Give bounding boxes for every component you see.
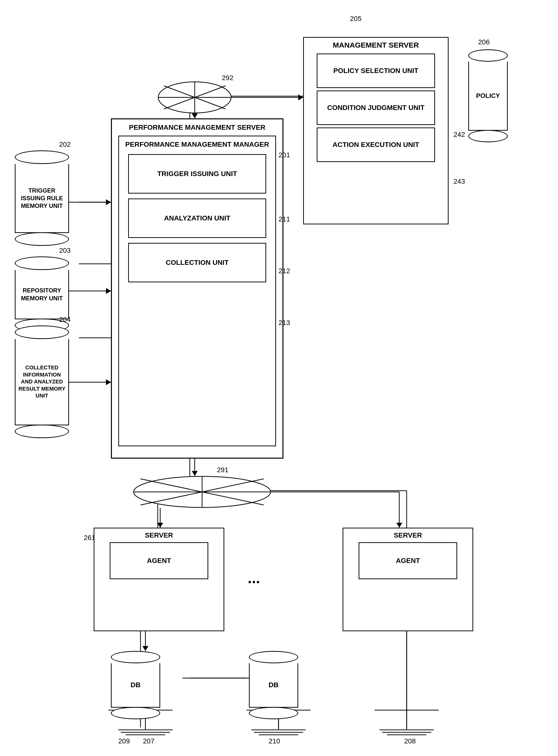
analyzation-unit-label: ANALYZATION UNIT [164, 214, 230, 223]
svg-marker-36 [192, 114, 198, 118]
repository-memory-label: REPOSITORY MEMORY UNIT [16, 285, 68, 303]
collected-info-cylinder: COLLECTED INFORMATION AND ANALYZED RESUL… [15, 325, 69, 438]
ref-243: 243 [454, 177, 465, 186]
diagram-container: 205 MANAGEMENT SERVER POLICY SELECTION U… [0, 0, 558, 756]
collection-unit-label: COLLECTION UNIT [166, 258, 228, 267]
ref-212: 212 [279, 267, 290, 275]
ellipsis: ... [248, 569, 260, 587]
db-left-label: DB [131, 681, 141, 689]
management-server-box: MANAGEMENT SERVER POLICY SELECTION UNIT … [303, 37, 449, 224]
ref-208: 208 [404, 737, 416, 745]
server-left-label: SERVER [145, 531, 173, 540]
svg-marker-45 [157, 523, 163, 528]
performance-management-server-box: PERFORMANCE MANAGEMENT SERVER PERFORMANC… [111, 118, 283, 459]
collection-unit-box: COLLECTION UNIT [128, 243, 266, 282]
ref-209: 209 [118, 737, 130, 745]
condition-judgment-unit-box: CONDITION JUDGMENT UNIT [317, 91, 435, 125]
db-left-cylinder: DB [111, 651, 160, 719]
condition-judgment-unit-label: CONDITION JUDGMENT UNIT [327, 103, 425, 112]
trigger-issuing-unit-label: TRIGGER ISSUING UNIT [157, 169, 237, 178]
server-left-box: SERVER AGENT [94, 528, 224, 631]
svg-marker-28 [106, 199, 111, 205]
server-right-box: SERVER AGENT [343, 528, 473, 631]
perf-mgmt-server-label: PERFORMANCE MANAGEMENT SERVER [129, 123, 265, 132]
trigger-issuing-unit-box: TRIGGER ISSUING UNIT [128, 154, 266, 194]
ref-291-label: 291 [217, 466, 228, 474]
trigger-issuing-rule-label: TRIGGER ISSUING RULE MEMORY UNIT [16, 186, 68, 211]
ref-205: 205 [350, 15, 361, 23]
performance-management-manager-box: PERFORMANCE MANAGEMENT MANAGER 201 TRIGG… [118, 136, 276, 446]
policy-label: POLICY [476, 92, 500, 100]
trigger-issuing-rule-cylinder: TRIGGER ISSUING RULE MEMORY UNIT [15, 150, 69, 246]
management-server-label: MANAGEMENT SERVER [333, 40, 419, 50]
ref-206: 206 [478, 38, 490, 46]
svg-marker-34 [298, 94, 303, 100]
policy-cylinder: POLICY [468, 49, 508, 142]
perf-mgmt-manager-label: PERFORMANCE MANAGEMENT MANAGER [125, 140, 269, 149]
network-291 [133, 476, 271, 508]
ref-201: 201 [279, 151, 290, 159]
db-center-cylinder: DB [249, 651, 298, 719]
analyzation-unit-box: ANALYZATION UNIT [128, 198, 266, 238]
agent-right-box: AGENT [359, 542, 457, 579]
ref-207: 207 [143, 737, 155, 745]
ref-203: 203 [59, 247, 71, 254]
svg-marker-38 [192, 471, 198, 476]
db-center-label: DB [269, 681, 279, 689]
policy-selection-unit-label: POLICY SELECTION UNIT [333, 66, 418, 75]
ref-202: 202 [59, 141, 71, 148]
ref-292-label: 292 [222, 74, 233, 82]
ref-210: 210 [269, 737, 280, 745]
agent-right-label: AGENT [396, 556, 420, 565]
svg-marker-32 [106, 379, 111, 385]
action-execution-unit-box: ACTION EXECUTION UNIT [317, 127, 435, 162]
ref-211: 211 [279, 215, 290, 223]
network-292 [158, 81, 232, 114]
policy-selection-unit-box: POLICY SELECTION UNIT [317, 53, 435, 88]
agent-left-box: AGENT [110, 542, 208, 579]
server-right-label: SERVER [394, 531, 422, 540]
svg-marker-30 [106, 288, 111, 294]
ref-242: 242 [454, 131, 465, 139]
action-execution-unit-label: ACTION EXECUTION UNIT [332, 140, 419, 149]
agent-left-label: AGENT [147, 556, 171, 565]
svg-marker-48 [396, 523, 402, 528]
ref-204: 204 [59, 316, 71, 323]
collected-info-label: COLLECTED INFORMATION AND ANALYZED RESUL… [16, 363, 68, 401]
ref-213: 213 [279, 319, 290, 327]
svg-marker-50 [143, 646, 148, 651]
